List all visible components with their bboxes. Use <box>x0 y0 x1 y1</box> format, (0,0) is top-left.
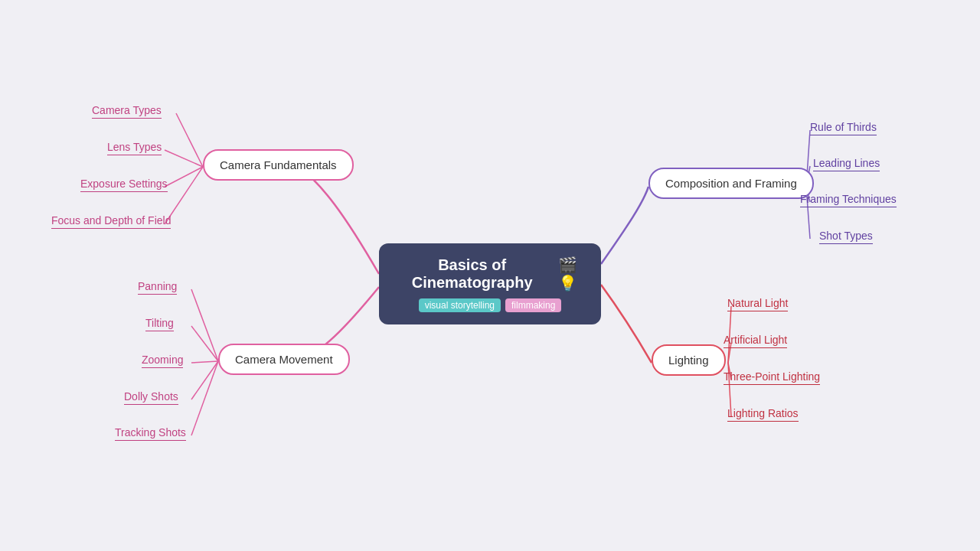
branch-camera-movement[interactable]: Camera Movement <box>218 344 350 375</box>
svg-line-0 <box>176 113 203 167</box>
leaf-zooming[interactable]: Zooming <box>142 354 183 368</box>
leaf-panning[interactable]: Panning <box>138 280 177 295</box>
central-node[interactable]: Basics of Cinematography 🎬💡 visual story… <box>379 243 601 324</box>
svg-line-1 <box>165 150 203 167</box>
tag-visual-storytelling[interactable]: visual storytelling <box>419 298 501 312</box>
leaf-tracking-shots[interactable]: Tracking Shots <box>115 426 186 441</box>
leaf-dolly-shots[interactable]: Dolly Shots <box>124 390 178 405</box>
leaf-rule-of-thirds[interactable]: Rule of Thirds <box>810 121 877 135</box>
leaf-artificial-light[interactable]: Artificial Light <box>724 334 787 348</box>
leaf-exposure-settings[interactable]: Exposure Settings <box>80 178 168 192</box>
branch-camera-fundamentals[interactable]: Camera Fundamentals <box>203 149 354 181</box>
svg-line-5 <box>191 326 218 361</box>
branch-lighting[interactable]: Lighting <box>652 344 726 376</box>
leaf-focus-depth[interactable]: Focus and Depth of Field <box>51 214 171 229</box>
tag-filmmaking[interactable]: filmmaking <box>505 298 561 312</box>
leaf-leading-lines[interactable]: Leading Lines <box>813 157 880 171</box>
svg-line-4 <box>191 289 218 361</box>
svg-line-6 <box>191 361 218 363</box>
leaf-natural-light[interactable]: Natural Light <box>727 297 788 311</box>
leaf-camera-types[interactable]: Camera Types <box>92 104 162 119</box>
leaf-framing-techniques[interactable]: Framing Techniques <box>800 193 897 207</box>
leaf-three-point-lighting[interactable]: Three-Point Lighting <box>724 370 820 385</box>
leaf-shot-types[interactable]: Shot Types <box>819 230 873 244</box>
svg-line-8 <box>191 361 218 435</box>
leaf-lens-types[interactable]: Lens Types <box>107 141 162 155</box>
branch-composition[interactable]: Composition and Framing <box>648 168 814 199</box>
svg-line-7 <box>191 361 218 399</box>
svg-line-2 <box>165 167 203 187</box>
leaf-lighting-ratios[interactable]: Lighting Ratios <box>727 407 799 422</box>
leaf-tilting[interactable]: Tilting <box>145 317 174 331</box>
central-emoji: 🎬💡 <box>553 256 583 292</box>
central-title: Basics of Cinematography <box>397 256 547 292</box>
